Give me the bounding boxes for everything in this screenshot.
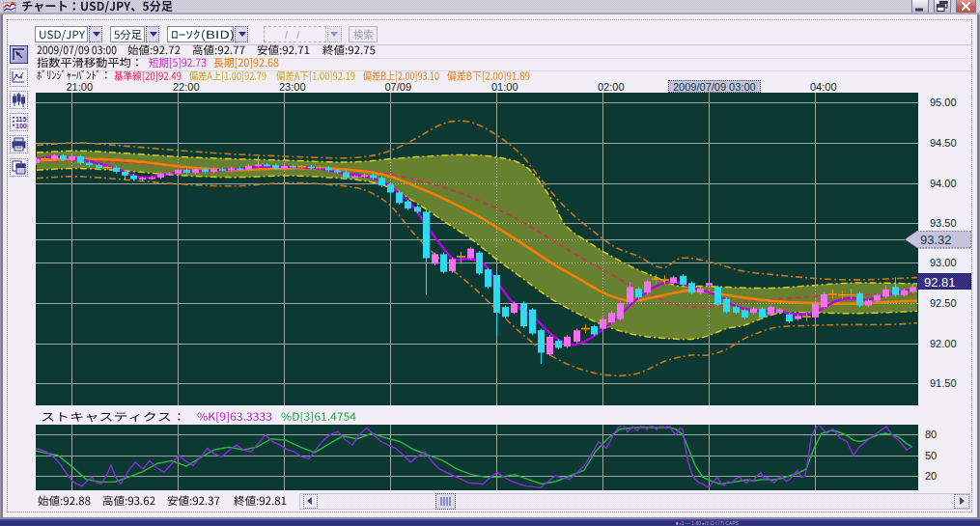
svg-text:100: 100: [15, 123, 27, 129]
svg-text:115: 115: [15, 116, 26, 123]
